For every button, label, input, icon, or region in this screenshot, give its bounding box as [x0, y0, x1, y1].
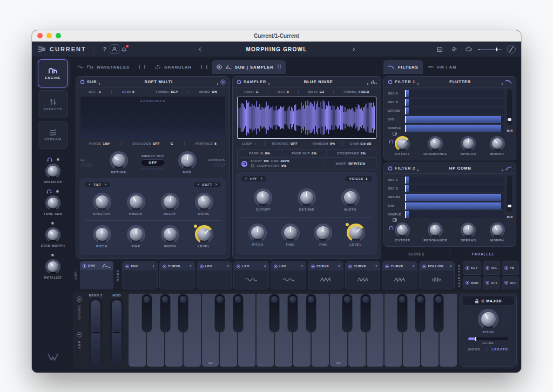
sub-tuning-param[interactable]: TUNINGKEY [156, 90, 178, 93]
knob-dial[interactable] [430, 138, 441, 149]
macro-dot-icon[interactable] [56, 190, 59, 193]
filter2-power-icon[interactable] [388, 166, 393, 171]
knob-dial[interactable] [130, 195, 143, 208]
knob-dial[interactable] [463, 225, 474, 235]
knob-dial[interactable] [492, 225, 503, 235]
filter1-curve-icon[interactable] [505, 79, 512, 84]
chevron-icon[interactable] [501, 83, 503, 85]
sub-semi-param[interactable]: SEMI0 [122, 90, 134, 93]
chevron-icon[interactable] [104, 183, 106, 185]
param-value[interactable]: OFF [291, 142, 298, 145]
notifications-bell-icon[interactable] [119, 44, 129, 54]
sub-partials-param[interactable]: PARTIALS8 [195, 142, 217, 145]
chevron-icon[interactable] [366, 83, 368, 85]
wheel-surface[interactable] [91, 300, 100, 365]
param-value[interactable]: 0 [132, 90, 134, 93]
piano-key-black[interactable] [141, 294, 152, 333]
mod-slot-lfo-4[interactable]: LFO4 [233, 261, 269, 289]
mod-slot-curve-6[interactable]: CURVE6 [308, 261, 343, 289]
sub-lock-param[interactable]: SUB LOCKOFF [132, 142, 160, 145]
sampler-detune-knob[interactable]: DETUNE [298, 188, 316, 211]
knob-dial[interactable] [48, 198, 58, 208]
knob-dial[interactable] [48, 229, 58, 240]
param-value[interactable]: FIXED [359, 90, 369, 93]
mix-bar[interactable] [405, 194, 504, 201]
filter2-type[interactable]: HP COMB [421, 166, 499, 171]
loop-arrow-icon[interactable] [251, 164, 255, 168]
softclip-curve-button[interactable] [507, 45, 516, 53]
mod-slot-curve-2[interactable]: CURVE2 [159, 261, 195, 289]
knob-dial[interactable] [300, 191, 313, 204]
sampler-tuning-param[interactable]: TUNINGFIXED [343, 90, 369, 93]
sub-mod-knob[interactable]: MOD [178, 151, 197, 174]
scale-selector[interactable]: C MAJOR [463, 296, 514, 305]
chevron-icon[interactable] [89, 183, 91, 185]
zoom-button[interactable] [56, 33, 61, 38]
piano-key-black[interactable] [214, 294, 225, 333]
param-value[interactable]: → [254, 142, 257, 145]
mod-source-off[interactable]: OFF [502, 276, 519, 290]
sampler-spectrum-icon[interactable] [370, 79, 377, 84]
note-param[interactable]: NOTEC3 [308, 90, 324, 93]
direct-out-toggle[interactable]: OFF [140, 159, 165, 166]
fade-in-param[interactable]: FADE IN0% [238, 150, 282, 157]
param-value[interactable]: REPITCH [348, 162, 365, 166]
chevron-icon[interactable] [214, 183, 217, 185]
param-value[interactable]: 0% [265, 152, 270, 155]
spectra-knob[interactable]: SPECTRA [93, 193, 111, 215]
knob-dial[interactable] [430, 225, 441, 235]
macro-dot-icon[interactable] [57, 158, 59, 161]
mod-source-key[interactable]: KEY [463, 261, 481, 275]
start-param[interactable]: START0% [251, 159, 269, 163]
chevron-icon[interactable] [417, 83, 420, 85]
chevron-icon[interactable] [350, 48, 354, 51]
filter1-resonance-knob[interactable]: RESONANCE [423, 136, 447, 156]
param-value[interactable]: 100% [280, 159, 289, 163]
wavetables-bars-icon[interactable] [134, 60, 150, 74]
param-value[interactable]: C [256, 90, 259, 93]
macro-dot-icon[interactable] [51, 222, 54, 225]
knob-dial[interactable] [96, 228, 109, 241]
mix-row-sub[interactable]: SUB [388, 115, 504, 124]
decay-knob[interactable]: DECAY [161, 193, 179, 215]
mod-wheel[interactable]: MOD [107, 294, 126, 367]
sub-key-param[interactable]: C [171, 142, 173, 145]
lock-icon[interactable] [475, 299, 479, 303]
granular-bars-icon[interactable] [196, 60, 212, 74]
sampler-cutoff-knob[interactable]: CUTOFF [254, 188, 272, 211]
mod-source-mod[interactable]: MOD [463, 276, 481, 290]
knob-dial[interactable] [349, 226, 362, 239]
mix-row-grains[interactable]: GRAINS [388, 193, 504, 201]
knob-dial[interactable] [316, 226, 329, 239]
sampler-pitch-knob[interactable]: PITCH [248, 224, 267, 246]
mix-row-osc-a[interactable]: OSC A [388, 89, 504, 98]
filter1-next-button[interactable] [501, 77, 503, 87]
sampler-preset-name[interactable]: BLUE NOISE [272, 79, 365, 84]
sidebar-item-stream[interactable]: STREAM [38, 121, 68, 149]
piano-key-black[interactable] [233, 294, 244, 333]
knob-dial[interactable] [164, 228, 177, 241]
preset-prev-button[interactable] [195, 45, 205, 55]
knob-dial[interactable] [112, 154, 125, 167]
slider-handle[interactable] [496, 48, 497, 51]
mix-row-grains[interactable]: GRAINS [388, 106, 504, 115]
sidebar-item-engine[interactable]: ENGINE [38, 59, 68, 87]
sub-power-icon[interactable] [80, 79, 85, 84]
mod-source-vel[interactable]: VEL [483, 261, 500, 275]
fade-out-param[interactable]: FADE OUT0% [282, 150, 327, 157]
filter1-power-icon[interactable] [388, 79, 393, 84]
knob-dial[interactable] [164, 195, 177, 208]
mix-handle[interactable] [508, 205, 511, 207]
parallel-routing-button[interactable]: PARALLEL [450, 252, 517, 256]
sub-level-knob[interactable]: LEVEL [195, 225, 213, 248]
legato-button[interactable]: LEGATO [492, 348, 508, 351]
knob-dial[interactable] [257, 191, 269, 204]
param-value[interactable]: 8 [214, 142, 217, 145]
sampler-width-knob[interactable]: WIDTH [341, 188, 360, 211]
knob-dial[interactable] [251, 226, 264, 239]
param-value[interactable]: C3 [320, 90, 324, 93]
mix-row-osc-a[interactable]: OSC A [388, 175, 504, 184]
mod-slot-follow-9[interactable]: FOLLOW9 [419, 261, 455, 289]
chevron-icon[interactable] [245, 177, 247, 179]
warp-mode-param[interactable]: WARPREPITCH [325, 158, 376, 170]
